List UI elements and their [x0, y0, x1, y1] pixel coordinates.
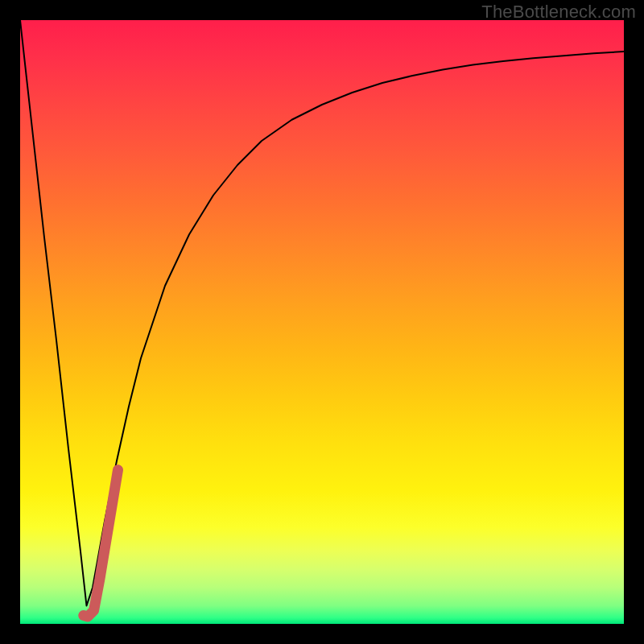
chart-stage: TheBottleneck.com [0, 0, 644, 644]
curve-layer [20, 20, 624, 624]
highlight-segment [84, 470, 118, 617]
plot-area [20, 20, 624, 624]
